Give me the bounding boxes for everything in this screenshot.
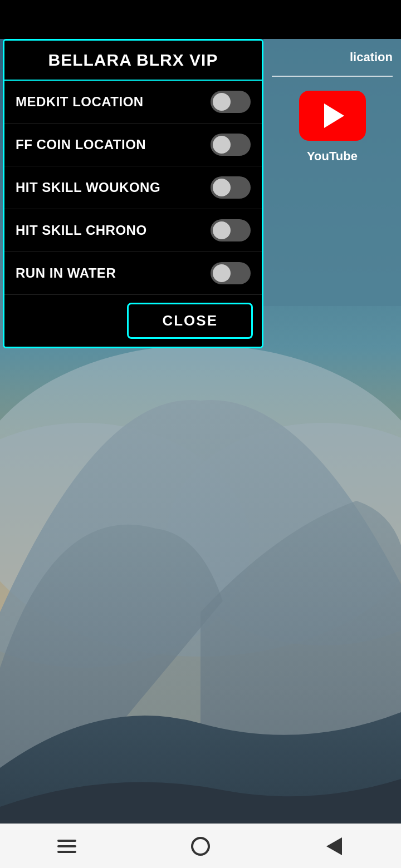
toggle-label-woukong: HIT SKILL WOUKONG	[16, 180, 160, 195]
dialog-title: BELLARA BLRX VIP	[4, 41, 262, 81]
youtube-label: YouTube	[307, 149, 358, 164]
toggle-label-medkit: MEDKIT LOCATION	[16, 94, 144, 110]
toggle-chrono[interactable]	[211, 219, 251, 241]
right-panel: lication YouTube	[263, 39, 401, 306]
toggle-ffcoin[interactable]	[211, 134, 251, 156]
nav-menu-button[interactable]	[45, 830, 89, 863]
nav-home-button[interactable]	[178, 830, 223, 863]
toggle-medkit[interactable]	[211, 91, 251, 113]
toggle-woukong[interactable]	[211, 176, 251, 199]
status-bar	[0, 0, 401, 39]
nav-back-button[interactable]	[312, 830, 356, 863]
menu-icon	[57, 840, 76, 853]
back-icon	[326, 837, 342, 855]
toggle-row-chrono: HIT SKILL CHRONO	[4, 209, 262, 252]
toggle-row-water: RUN IN WATER	[4, 252, 262, 295]
toggle-water[interactable]	[211, 262, 251, 284]
toggle-label-chrono: HIT SKILL CHRONO	[16, 223, 147, 238]
toggle-label-ffcoin: FF COIN LOCATION	[16, 137, 146, 152]
right-panel-title: lication	[272, 50, 393, 65]
toggle-row-woukong: HIT SKILL WOUKONG	[4, 166, 262, 209]
toggle-label-water: RUN IN WATER	[16, 265, 116, 281]
dialog-footer: CLOSE	[4, 295, 262, 347]
main-dialog: BELLARA BLRX VIP MEDKIT LOCATION FF COIN…	[3, 39, 263, 348]
toggle-row-medkit: MEDKIT LOCATION	[4, 81, 262, 124]
home-icon	[191, 837, 210, 856]
right-panel-divider	[272, 76, 393, 77]
dialog-body: MEDKIT LOCATION FF COIN LOCATION HIT SKI…	[4, 81, 262, 295]
youtube-button[interactable]	[299, 91, 366, 141]
toggle-row-ffcoin: FF COIN LOCATION	[4, 124, 262, 166]
close-button[interactable]: CLOSE	[127, 303, 253, 339]
play-icon	[324, 103, 344, 128]
bottom-nav	[0, 823, 401, 868]
